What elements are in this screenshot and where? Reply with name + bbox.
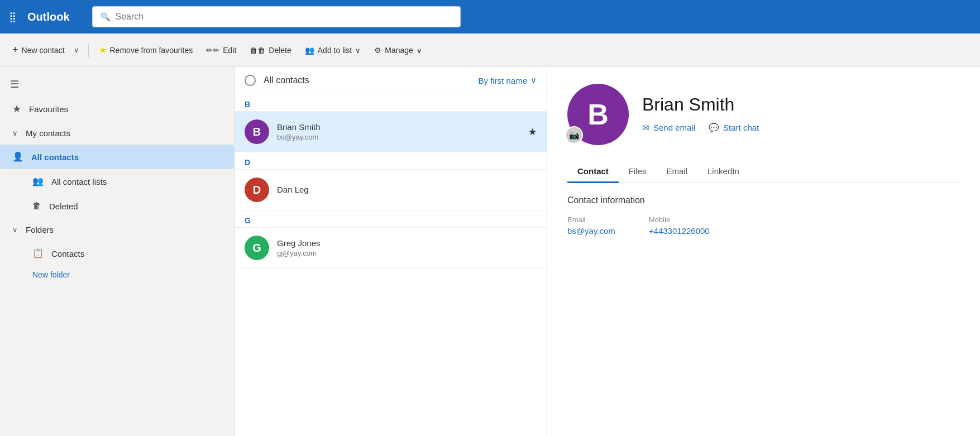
manage-label: Manage bbox=[385, 46, 413, 55]
mobile-field-label: Mobile bbox=[649, 215, 710, 224]
section-letter-g: G bbox=[235, 210, 547, 228]
manage-icon bbox=[374, 46, 381, 55]
contact-avatar-dan: D bbox=[245, 178, 269, 202]
sidebar-item-favourites[interactable]: ★ Favourites bbox=[0, 96, 234, 122]
sort-button[interactable]: By first name ∨ bbox=[478, 75, 537, 85]
edit-label: Edit bbox=[223, 46, 236, 55]
all-contacts-label: All contacts bbox=[264, 75, 309, 85]
contact-avatar-brian: B bbox=[245, 119, 269, 144]
contact-item-greg-jones[interactable]: G Greg Jones gj@yay.com bbox=[235, 228, 547, 269]
contact-fields: Email bs@yay.com Mobile +443301226000 bbox=[567, 215, 960, 236]
contact-item-brian-smith[interactable]: B Brian Smith bs@yay.com ★ bbox=[235, 112, 547, 152]
search-input[interactable] bbox=[116, 12, 452, 22]
contact-info-brian: Brian Smith bs@yay.com bbox=[277, 122, 520, 141]
hamburger-icon[interactable]: ☰ bbox=[0, 73, 234, 96]
mobile-field: Mobile +443301226000 bbox=[649, 215, 710, 236]
search-bar bbox=[92, 6, 461, 27]
edit-icon: ✏ bbox=[206, 46, 219, 55]
star-icon bbox=[99, 45, 107, 55]
new-contact-button[interactable]: New contact bbox=[8, 41, 69, 59]
sort-chevron-icon: ∨ bbox=[530, 75, 537, 85]
person-icon bbox=[12, 151, 23, 162]
sidebar-item-all-contacts[interactable]: All contacts bbox=[0, 145, 234, 169]
tab-files[interactable]: Files bbox=[619, 161, 657, 183]
trash-icon bbox=[32, 200, 41, 212]
toolbar: New contact Remove from favourites ✏ Edi… bbox=[0, 33, 980, 67]
new-contact-chevron-button[interactable] bbox=[69, 42, 84, 58]
grid-icon[interactable] bbox=[9, 11, 16, 23]
detail-tabs: Contact Files Email LinkedIn bbox=[567, 161, 960, 183]
sidebar-folders-label: Folders bbox=[26, 225, 54, 234]
main-area: ☰ ★ Favourites ∨ My contacts All contact… bbox=[0, 67, 980, 436]
contact-email-brian: bs@yay.com bbox=[277, 133, 520, 141]
start-chat-label: Start chat bbox=[723, 123, 759, 132]
start-chat-button[interactable]: 💬 Start chat bbox=[709, 121, 759, 135]
delete-label: Delete bbox=[269, 46, 291, 55]
email-field-value[interactable]: bs@yay.com bbox=[567, 226, 615, 236]
sidebar: ☰ ★ Favourites ∨ My contacts All contact… bbox=[0, 67, 235, 436]
new-folder-link[interactable]: New folder bbox=[0, 266, 234, 284]
sidebar-item-folders[interactable]: ∨ Folders bbox=[0, 218, 234, 241]
add-to-list-label: Add to list bbox=[318, 46, 352, 55]
sidebar-deleted-label: Deleted bbox=[49, 202, 78, 211]
search-icon bbox=[101, 12, 110, 22]
contact-info-greg: Greg Jones gj@yay.com bbox=[277, 238, 537, 257]
tab-linkedin[interactable]: LinkedIn bbox=[697, 161, 749, 183]
sidebar-all-contact-lists-label: All contact lists bbox=[51, 177, 107, 186]
sidebar-item-deleted[interactable]: Deleted bbox=[0, 194, 234, 218]
contact-email-greg: gj@yay.com bbox=[277, 249, 537, 257]
new-contact-group: New contact bbox=[8, 41, 84, 59]
sidebar-item-all-contact-lists[interactable]: All contact lists bbox=[0, 169, 234, 194]
sidebar-item-contacts-folder[interactable]: Contacts bbox=[0, 241, 234, 266]
select-all-radio[interactable] bbox=[245, 75, 256, 86]
delete-button[interactable]: 🗑 Delete bbox=[244, 42, 297, 58]
sidebar-all-contacts-label: All contacts bbox=[31, 152, 79, 162]
add-list-icon bbox=[305, 46, 314, 55]
toolbar-separator-1 bbox=[88, 44, 89, 57]
chevron-down-icon bbox=[74, 46, 79, 54]
add-list-chevron-icon bbox=[355, 46, 361, 55]
chevron-icon: ∨ bbox=[12, 129, 18, 137]
tab-contact[interactable]: Contact bbox=[567, 161, 619, 183]
contact-list-header-left: All contacts bbox=[245, 75, 309, 86]
sidebar-item-my-contacts[interactable]: ∨ My contacts bbox=[0, 122, 234, 145]
sidebar-my-contacts-label: My contacts bbox=[26, 128, 70, 138]
sidebar-favourites-label: Favourites bbox=[29, 104, 68, 114]
section-letter-d: D bbox=[235, 152, 547, 170]
people-icon bbox=[32, 176, 44, 187]
contact-name-dan: Dan Leg bbox=[277, 185, 537, 194]
send-email-button[interactable]: ✉ Send email bbox=[642, 121, 695, 135]
camera-icon[interactable]: 📷 bbox=[565, 126, 583, 144]
email-field: Email bs@yay.com bbox=[567, 215, 615, 236]
detail-header: B 📷 Brian Smith ✉ Send email 💬 Start cha… bbox=[567, 84, 960, 145]
sort-label: By first name bbox=[478, 76, 527, 85]
edit-button[interactable]: ✏ Edit bbox=[200, 42, 242, 58]
email-field-label: Email bbox=[567, 215, 615, 224]
contact-item-dan-leg[interactable]: D Dan Leg bbox=[235, 170, 547, 210]
app-title: Outlook bbox=[27, 11, 70, 23]
new-contact-label: New contact bbox=[22, 46, 65, 55]
contact-list-panel: All contacts By first name ∨ B B Brian S… bbox=[235, 67, 547, 436]
manage-button[interactable]: Manage bbox=[369, 42, 428, 58]
detail-panel: B 📷 Brian Smith ✉ Send email 💬 Start cha… bbox=[547, 67, 980, 436]
contacts-folder-icon bbox=[32, 248, 44, 259]
manage-chevron-icon bbox=[417, 46, 422, 55]
chat-icon: 💬 bbox=[709, 123, 719, 133]
section-letter-b: B bbox=[235, 94, 547, 112]
tab-email[interactable]: Email bbox=[657, 161, 698, 183]
contact-list-header: All contacts By first name ∨ bbox=[235, 67, 547, 94]
mobile-field-value[interactable]: +443301226000 bbox=[649, 226, 710, 236]
sidebar-contacts-label: Contacts bbox=[51, 249, 84, 258]
detail-avatar-initials: B bbox=[587, 98, 609, 131]
contact-star-brian[interactable]: ★ bbox=[528, 126, 537, 138]
star-icon: ★ bbox=[12, 103, 21, 115]
contact-avatar-greg: G bbox=[245, 236, 269, 260]
topbar: Outlook bbox=[0, 0, 980, 33]
plus-icon bbox=[12, 44, 18, 56]
remove-from-favourites-button[interactable]: Remove from favourites bbox=[93, 41, 199, 59]
detail-actions: ✉ Send email 💬 Start chat bbox=[642, 121, 960, 135]
add-to-list-button[interactable]: Add to list bbox=[299, 42, 366, 58]
send-email-label: Send email bbox=[653, 123, 695, 132]
remove-fav-label: Remove from favourites bbox=[110, 46, 193, 55]
contact-name-brian: Brian Smith bbox=[277, 122, 520, 132]
